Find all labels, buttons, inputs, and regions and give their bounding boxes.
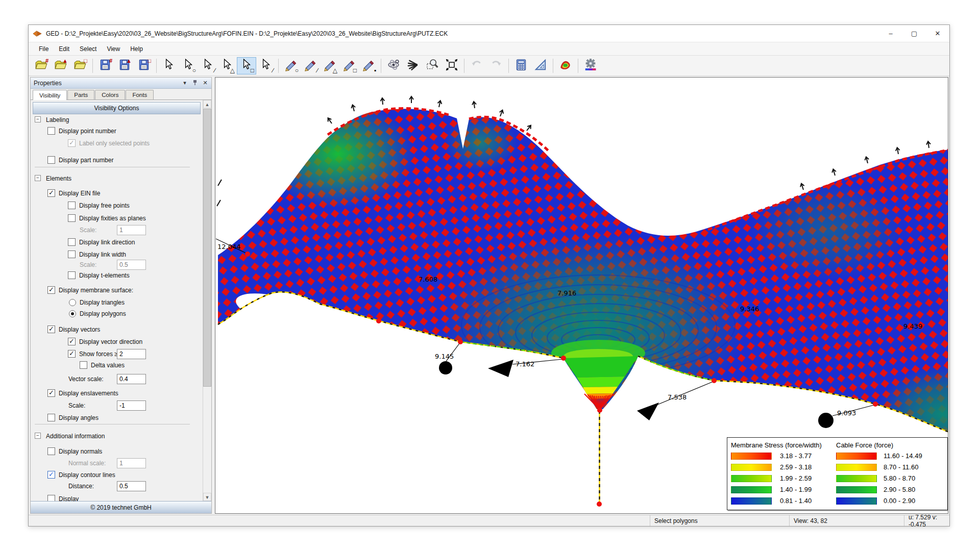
force-label: 7.608 (419, 276, 437, 283)
menu-file[interactable]: File (34, 43, 54, 55)
menu-view[interactable]: View (102, 43, 125, 55)
tab-colors[interactable]: Colors (95, 90, 125, 99)
draw-triangles-button[interactable]: △ (320, 57, 339, 74)
collapse-icon[interactable]: − (35, 116, 41, 122)
menu-edit[interactable]: Edit (54, 43, 75, 55)
checkbox-display-link-width[interactable] (68, 251, 76, 258)
cursor-icon (162, 58, 176, 73)
legend-color-bar (731, 486, 772, 493)
toolbar-separator (381, 59, 381, 73)
row-display-free-points: Display free points (31, 201, 203, 212)
select-edit-button[interactable]: ∕ (256, 57, 276, 74)
checkbox-display-contour-lines[interactable] (47, 471, 55, 479)
checkbox-display-t-elements[interactable] (68, 271, 76, 279)
checkbox-show-forces[interactable] (68, 350, 76, 358)
input-scale[interactable] (117, 225, 146, 235)
checkbox-display-ein-file[interactable] (47, 189, 55, 197)
checkbox-display-membrane-surface[interactable] (47, 286, 55, 294)
left-fixity-marks (215, 180, 222, 241)
zoom-window-button[interactable] (423, 57, 442, 74)
input-distance[interactable] (117, 481, 146, 491)
checkbox-display-free-points[interactable] (68, 202, 76, 209)
draw-points-button[interactable]: ○ (281, 57, 301, 74)
model-viewport[interactable]: 12.0447.6087.9169.3469.4399.1457.1627.53… (215, 77, 948, 514)
scrollbar-thumb[interactable] (203, 109, 211, 387)
scroll-up-icon[interactable]: ▲ (203, 100, 211, 108)
collapse-icon[interactable]: − (35, 175, 41, 181)
checkbox-display-enslavements[interactable] (47, 389, 55, 397)
label-distance: Distance: (68, 483, 94, 490)
draw-point-mode-button[interactable]: ▪ (359, 57, 378, 74)
checkbox-delta-values[interactable] (80, 361, 87, 369)
select-links-button[interactable]: ∕ (198, 57, 217, 74)
app-window: GED - D:\2_Projekte\Easy\2020\03_26_Webs… (28, 24, 950, 527)
select-cursor-button[interactable] (159, 57, 179, 74)
menu-select[interactable]: Select (75, 43, 102, 55)
checkbox-display-part-number[interactable] (47, 156, 55, 164)
zoom-fit-button[interactable] (442, 57, 461, 74)
zoomwin-icon (426, 58, 439, 73)
checkbox-display-fixities-as-planes[interactable] (68, 214, 76, 222)
minimize-button[interactable]: – (879, 25, 902, 42)
window-title: GED - D:\2_Projekte\Easy\2020\03_26_Webs… (46, 30, 448, 37)
measure-button[interactable] (531, 57, 550, 74)
input-show-forces[interactable] (117, 349, 146, 359)
checkbox-display-link-direction[interactable] (68, 238, 76, 246)
properties-panel: Properties ▾ ✕ VisibilityPartsColorsFont… (30, 77, 212, 514)
open-file-triangle-button[interactable]: ▲ (51, 57, 70, 74)
input-vector-scale[interactable] (117, 374, 146, 384)
tab-visibility[interactable]: Visibility (33, 90, 67, 100)
radio-display-triangles[interactable] (69, 299, 76, 306)
draw-polygons-button[interactable]: □ (339, 57, 359, 74)
legend-range: 8.70 - 11.60 (884, 463, 918, 471)
calculator-button[interactable] (511, 57, 531, 74)
chevron-down-icon[interactable]: ▾ (181, 80, 188, 86)
membrane-stress-view-button[interactable] (556, 57, 575, 74)
render-settings-button[interactable] (581, 57, 600, 74)
legend-color-bar (836, 486, 877, 493)
draw-links-button[interactable]: ∕ (301, 57, 320, 74)
zoom-rays-button[interactable] (403, 57, 423, 74)
checkbox-display-vector-direction[interactable] (68, 338, 76, 345)
collapse-icon[interactable]: − (35, 433, 41, 439)
save-file-hash-button[interactable]: # (95, 57, 115, 74)
scroll-down-icon[interactable]: ▼ (203, 493, 211, 501)
cursor-icon (201, 58, 214, 73)
open-file-hash-button[interactable]: # (32, 57, 51, 74)
select-triangles-button[interactable]: △ (217, 57, 237, 74)
input-normal-scale[interactable] (117, 458, 146, 468)
open-file-square-button[interactable]: □ (70, 57, 90, 74)
close-button[interactable]: ✕ (926, 25, 949, 42)
label-show-forces: Show forces ≥ (79, 350, 118, 358)
menu-help[interactable]: Help (125, 43, 148, 55)
tab-fonts[interactable]: Fonts (126, 90, 154, 99)
input-scale[interactable] (117, 400, 146, 411)
checkbox-label-only-selected-points (68, 139, 76, 147)
save-file-square-button[interactable]: □ (134, 57, 154, 74)
checkbox-display-point-number[interactable] (47, 127, 55, 135)
label-delta-values: Delta values (91, 362, 125, 369)
input-scale[interactable] (117, 260, 146, 270)
force-label: 9.439 (903, 322, 922, 330)
legend-range: 3.18 - 3.77 (780, 452, 812, 460)
checkbox-display[interactable] (47, 495, 55, 501)
row-display-t-elements: Display t-elements (31, 270, 203, 282)
checkbox-display-vectors[interactable] (47, 325, 55, 333)
label-display-point-number: Display point number (59, 128, 116, 135)
radio-display-polygons[interactable] (69, 310, 76, 317)
cursor-icon (259, 58, 273, 73)
maximize-button[interactable]: ▢ (902, 25, 926, 42)
stress-legend: Membrane Stress (force/width)3.18 - 3.77… (727, 437, 948, 510)
pin-icon[interactable] (191, 80, 199, 87)
force-label: 7.916 (557, 289, 576, 297)
checkbox-display-normals[interactable] (47, 447, 55, 455)
save-file-triangle-button[interactable]: ▲ (115, 57, 134, 74)
checkbox-display-angles[interactable] (47, 414, 55, 421)
orbit-view-button[interactable] (384, 57, 403, 74)
close-icon[interactable]: ✕ (202, 80, 209, 86)
row-delta-values: Delta values (31, 360, 203, 371)
select-points-button[interactable]: ○ (179, 57, 198, 74)
tab-parts[interactable]: Parts (67, 90, 94, 99)
select-polygons-button[interactable]: □ (237, 57, 256, 74)
panel-scrollbar[interactable]: ▲ ▼ (203, 100, 211, 501)
